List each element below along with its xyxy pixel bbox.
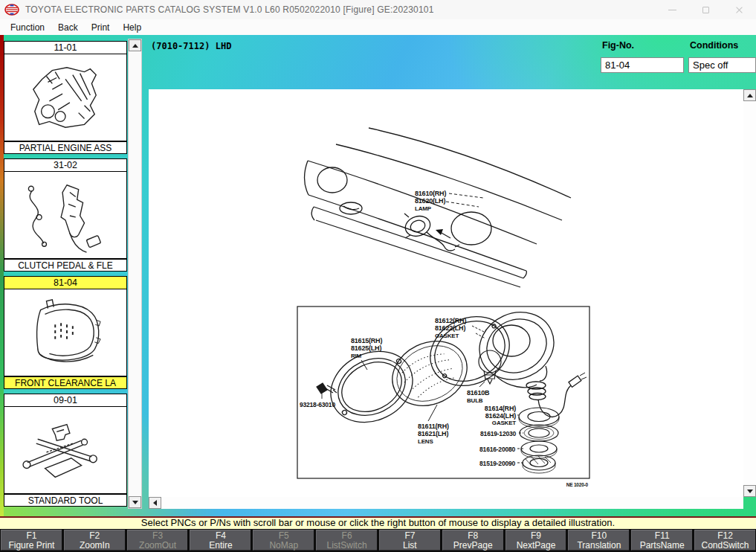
fkey-f1-button[interactable]: F1 Figure Print [1,530,62,551]
title-bar: TOYOTA ELECTRONIC PARTS CATALOG SYSTEM V… [0,0,756,19]
fig-no-field[interactable]: 81-04 [601,57,684,73]
menu-function[interactable]: Function [4,21,51,34]
fkey-f8-button[interactable]: F8 PrevPage [442,530,503,551]
canvas-scroll-up-button[interactable] [743,89,756,101]
screw-art [317,383,337,399]
fkey-action: ZoomOut [128,541,188,551]
scroll-up-button[interactable] [129,39,141,51]
fkey-action: PrevPage [443,541,503,551]
svg-text:BULB: BULB [467,397,483,404]
lens-art [381,329,477,417]
close-button[interactable] [723,0,756,19]
clearance-lamp-thumbnail-image [4,289,126,376]
thumbnail-09-01[interactable]: 09-01 STANDARD TOOL [4,394,127,507]
svg-text:81610(RH): 81610(RH) [415,190,446,197]
thumbnail-name: STANDARD TOOL [4,493,126,506]
thumbnail-31-02[interactable]: 31-02 CLUTCH PEDAL & FLE [4,158,127,272]
menu-back[interactable]: Back [51,21,85,34]
fig-no-label: Fig-No. [602,40,634,51]
close-icon [735,6,743,14]
fkey-name: F7 [380,530,440,541]
canvas-scroll-left-button[interactable] [149,497,161,509]
menu-bar: Function Back Print Help [0,19,756,35]
canvas-horizontal-scrollbar[interactable] [149,497,743,509]
scroll-down-button[interactable] [129,496,141,508]
fkey-action: Entire [190,541,251,551]
canvas-vertical-scrollbar[interactable] [743,89,756,497]
fkey-name: F12 [695,530,755,541]
screw-label: 93218-63010 [300,401,335,408]
fkey-f9-button[interactable]: F9 NextPage [505,530,566,551]
car-lamp-labels: 81610(RH) 81620(LH) LAMP [415,190,446,212]
fkey-f4-button[interactable]: F4 Entire [190,530,251,551]
fkey-name: F5 [253,530,314,541]
engine-thumbnail-image [4,54,126,141]
menu-help[interactable]: Help [116,21,148,34]
car-front-art [305,128,571,287]
fkey-action: Translation [569,541,629,551]
svg-text:81625(LH): 81625(LH) [351,344,381,352]
fkey-f5-button[interactable]: F5 NoMap [253,530,314,551]
arrow-up-icon [747,94,753,97]
thumbnail-11-01[interactable]: 11-01 PARTIAL ENGINE ASS [4,41,127,154]
thumbnail-code: 11-01 [4,42,126,54]
svg-text:81620(LH): 81620(LH) [415,197,445,205]
status-message: Select PNCs or P/Ns with scroll bar or m… [141,517,615,528]
thumbnail-scrollbar[interactable] [128,39,142,509]
fkey-action: NextPage [506,541,566,551]
function-key-bar: F1 Figure Print F2 ZoomIn F3 ZoomOut F4 … [0,529,756,552]
figure-plate-code: NE 1020-0 [566,482,589,487]
thumbnail-name: PARTIAL ENGINE ASS [4,141,126,153]
svg-text:81612(RH): 81612(RH) [435,317,466,324]
conditions-label: Conditions [690,40,738,51]
fkey-action: List [380,541,440,551]
arrow-down-icon [747,490,753,493]
fkey-f10-button[interactable]: F10 Translation [568,530,629,551]
arrow-down-icon [132,501,138,504]
canvas-scroll-down-button[interactable] [743,485,756,497]
fkey-action: PartsName [632,541,692,551]
thumbnail-code: 09-01 [4,394,126,407]
svg-text:81616-20080: 81616-20080 [479,446,515,453]
maximize-button[interactable] [689,0,723,19]
fkey-f12-button[interactable]: F12 CondSwitch [694,530,755,551]
jack-thumbnail-art [12,410,119,490]
rim-art [319,338,424,436]
svg-text:81619-12030: 81619-12030 [480,430,516,437]
svg-text:GASKET: GASKET [492,420,516,426]
lens-leader [428,405,437,421]
figure-range-label: (7010-7112) LHD [151,41,231,51]
jack-thumbnail-image [4,407,126,493]
minimize-button[interactable] [656,0,689,19]
thumbnail-81-04[interactable]: 81-04 FRONT CLEARANCE LA [4,276,127,389]
status-bar: Select PNCs or P/Ns with scroll bar or m… [0,516,756,529]
rim-leader [361,360,367,370]
svg-text:81610B: 81610B [467,389,490,397]
svg-text:81614(RH): 81614(RH) [485,405,516,412]
front-gasket-art [419,304,520,398]
rim-labels: 81615(RH) 81625(LH) RIM [351,337,382,359]
fkey-name: F11 [632,530,692,541]
svg-text:81621(LH): 81621(LH) [418,430,448,437]
fkey-f11-button[interactable]: F11 PartsName [631,530,692,551]
front-gasket-leader [472,326,485,338]
figure-canvas[interactable]: 81610(RH) 81620(LH) LAMP 93218-63010 [149,89,743,497]
window-title: TOYOTA ELECTRONIC PARTS CATALOG SYSTEM V… [25,4,434,15]
figure-thumbnail-list: 11-01 PARTIAL ENGINE ASS 31-02 [4,41,127,511]
menu-print[interactable]: Print [85,21,117,34]
arrow-left-icon [153,500,157,506]
maximize-icon [702,7,709,13]
fkey-name: F8 [443,530,503,541]
fkey-f2-button[interactable]: F2 ZoomIn [64,530,125,551]
clearance-lamp-thumbnail-art [12,292,119,373]
parts-figure-art: 81610(RH) 81620(LH) LAMP 93218-63010 [149,89,743,497]
fkey-f3-button[interactable]: F3 ZoomOut [127,530,188,551]
svg-text:RIM: RIM [351,353,362,359]
fkey-action: CondSwitch [695,541,755,551]
arrow-up-icon [132,44,138,48]
fkey-name: F9 [506,530,566,541]
fkey-f6-button[interactable]: F6 ListSwitch [316,530,377,551]
application-window: TOYOTA ELECTRONIC PARTS CATALOG SYSTEM V… [0,0,756,552]
conditions-field[interactable]: Spec off [688,57,756,73]
fkey-f7-button[interactable]: F7 List [379,530,440,551]
